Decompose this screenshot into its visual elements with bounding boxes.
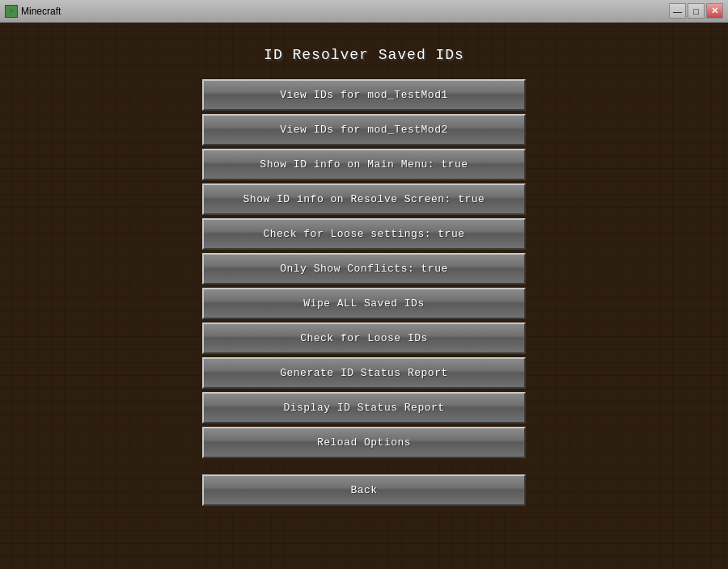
wipe-saved-ids-button[interactable]: Wipe ALL Saved IDs	[202, 288, 526, 319]
only-show-conflicts-button[interactable]: Only Show Conflicts: true	[202, 253, 526, 284]
window-title: Minecraft	[21, 6, 61, 17]
app-icon: ■	[5, 5, 18, 18]
close-button[interactable]: ✕	[706, 3, 723, 19]
maximize-button[interactable]: □	[688, 3, 705, 19]
title-bar: ■ Minecraft — □ ✕	[0, 0, 728, 23]
view-testmod1-button[interactable]: View IDs for mod_TestMod1	[202, 79, 526, 111]
show-main-menu-button[interactable]: Show ID info on Main Menu: true	[202, 149, 526, 180]
title-bar-controls: — □ ✕	[669, 3, 723, 19]
page-title: ID Resolver Saved IDs	[264, 47, 464, 63]
minimize-button[interactable]: —	[669, 3, 686, 19]
generate-status-report-button[interactable]: Generate ID Status Report	[202, 357, 526, 389]
check-loose-ids-button[interactable]: Check for Loose IDs	[202, 322, 526, 354]
display-status-report-button[interactable]: Display ID Status Report	[202, 392, 526, 424]
reload-options-button[interactable]: Reload Options	[202, 427, 526, 458]
back-button[interactable]: Back	[202, 474, 526, 506]
title-bar-left: ■ Minecraft	[5, 5, 61, 18]
view-testmod2-button[interactable]: View IDs for mod_TestMod2	[202, 114, 526, 145]
show-resolve-screen-button[interactable]: Show ID info on Resolve Screen: true	[202, 183, 526, 215]
main-content: ID Resolver Saved IDs View IDs for mod_T…	[2, 23, 726, 567]
check-loose-settings-button[interactable]: Check for Loose settings: true	[202, 218, 526, 250]
buttons-container: View IDs for mod_TestMod1View IDs for mo…	[202, 79, 526, 458]
back-section: Back	[202, 474, 526, 506]
